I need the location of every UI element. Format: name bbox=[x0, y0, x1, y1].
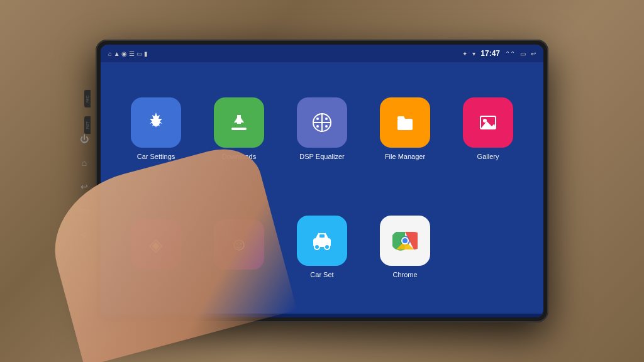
mic-button[interactable]: MIC bbox=[84, 90, 91, 107]
back-icon[interactable]: ↩ bbox=[80, 182, 88, 192]
antenna-icon: ⌃⌃ bbox=[505, 50, 515, 57]
svg-point-22 bbox=[402, 238, 408, 243]
app-item-car-settings[interactable]: Car Settings bbox=[131, 97, 181, 160]
status-right: ✦ ▾ 17:47 ⌃⌃ ▭ ↩ bbox=[462, 49, 536, 58]
side-buttons: MIC RST bbox=[84, 90, 91, 134]
app-icon-file-manager bbox=[380, 97, 430, 148]
bluetooth-icon: ✦ bbox=[462, 50, 467, 57]
svg-rect-3 bbox=[237, 115, 241, 124]
mic-label: MIC bbox=[86, 96, 89, 102]
svg-point-9 bbox=[316, 125, 319, 128]
app-label-chrome: Chrome bbox=[392, 271, 417, 278]
app-label-file-manager: File Manager bbox=[385, 153, 425, 160]
app-item-chrome[interactable]: Chrome bbox=[380, 216, 430, 278]
app-icon-car-settings bbox=[131, 97, 181, 148]
svg-point-7 bbox=[316, 118, 319, 120]
svg-point-10 bbox=[325, 118, 328, 120]
app-icon-downloads bbox=[214, 97, 264, 148]
screen-icon: ▭ bbox=[520, 50, 526, 57]
home-icon[interactable]: ⌂ bbox=[82, 158, 87, 168]
svg-rect-11 bbox=[397, 119, 413, 130]
app-item-car-set[interactable]: Car Set bbox=[297, 216, 347, 278]
power-icon[interactable]: ⏻ bbox=[80, 134, 89, 144]
app-label-gallery: Gallery bbox=[477, 153, 499, 160]
app-label-car-set: Car Set bbox=[310, 271, 333, 278]
svg-rect-1 bbox=[231, 128, 247, 130]
notification-icons: ⌂ ▲ ◉ ☰ ▭ ▮ bbox=[108, 50, 148, 57]
wifi-icon: ▾ bbox=[472, 50, 475, 57]
app-item-file-manager[interactable]: File Manager bbox=[380, 97, 430, 160]
svg-marker-14 bbox=[480, 121, 496, 129]
app-label-car-settings: Car Settings bbox=[137, 153, 175, 160]
svg-point-8 bbox=[325, 125, 328, 128]
app-item-gallery[interactable]: Gallery bbox=[463, 97, 513, 160]
clock: 17:47 bbox=[480, 49, 500, 58]
rst-button[interactable]: RST bbox=[84, 116, 91, 134]
svg-point-17 bbox=[325, 244, 330, 250]
app-icon-car-set bbox=[297, 216, 347, 266]
tablet-device: MIC RST ⏻ ⌂ ↩ ⊲+ ⊲- ⌂ ▲ ◉ ☰ ▭ ▮ ✦ ▾ 17:4… bbox=[96, 40, 548, 322]
app-icon-chrome bbox=[380, 216, 430, 266]
rst-label: RST bbox=[86, 121, 89, 129]
app-icon-dsp-equalizer bbox=[297, 97, 347, 148]
svg-rect-18 bbox=[319, 234, 325, 238]
app-label-dsp-equalizer: DSP Equalizer bbox=[299, 153, 344, 160]
app-icon-gallery bbox=[463, 97, 513, 148]
app-item-dsp-equalizer[interactable]: DSP Equalizer bbox=[297, 97, 347, 160]
status-bar: ⌂ ▲ ◉ ☰ ▭ ▮ ✦ ▾ 17:47 ⌃⌃ ▭ ↩ bbox=[101, 45, 543, 62]
return-icon: ↩ bbox=[531, 50, 536, 57]
svg-point-16 bbox=[314, 244, 319, 250]
status-left: ⌂ ▲ ◉ ☰ ▭ ▮ bbox=[108, 50, 148, 57]
